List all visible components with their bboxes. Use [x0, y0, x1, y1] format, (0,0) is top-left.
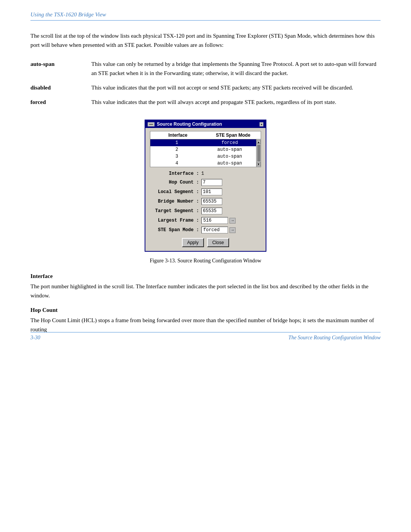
form-fields: Interface : 1 Hop Count : Local Segment …	[150, 171, 261, 233]
cell-mode: auto-span	[203, 146, 256, 153]
field-largest-frame: Largest Frame : 516 →	[150, 217, 261, 224]
definition-row-autospan: auto-span This value can only be returne…	[30, 58, 381, 81]
list-item[interactable]: 2 auto-span	[150, 146, 256, 153]
label-ste-span-mode: STE Span Mode :	[150, 227, 201, 233]
label-hop-count: Hop Count :	[150, 180, 201, 185]
input-local-segment[interactable]	[201, 189, 222, 195]
dialog-titlebar: — Source Routing Configuration ▪	[145, 120, 266, 128]
body-hop-count: The Hop Count Limit (HCL) stops a frame …	[30, 316, 381, 334]
definition-row-disabled: disabled This value indicates that the p…	[30, 81, 381, 96]
cell-interface: 1	[150, 139, 203, 146]
desc-forced: This value indicates that the port will …	[91, 96, 381, 110]
heading-hop-count: Hop Count	[30, 307, 381, 313]
term-forced: forced	[30, 96, 91, 110]
intro-paragraph: The scroll list at the top of the window…	[30, 31, 381, 50]
list-item[interactable]: 4 auto-span	[150, 160, 256, 167]
cell-interface: 4	[150, 160, 203, 167]
dialog-title: Source Routing Configuration	[157, 121, 222, 127]
value-interface: 1	[201, 171, 204, 176]
desc-disabled: This value indicates that the port will …	[91, 81, 381, 96]
dropdown-largest-frame-value: 516	[201, 217, 228, 224]
dialog-content: Interface STE Span Mode 1 forced 2 auto-…	[145, 128, 266, 251]
field-interface: Interface : 1	[150, 171, 261, 176]
scrollbar-track[interactable]	[257, 145, 260, 161]
input-bridge-number[interactable]	[201, 198, 222, 205]
field-local-segment: Local Segment :	[150, 189, 261, 195]
figure-caption: Figure 3-13. Source Routing Configuratio…	[30, 258, 381, 264]
titlebar-minimize-button[interactable]: —	[148, 122, 155, 126]
chapter-title: Using the TSX-1620 Bridge View	[30, 11, 106, 18]
dropdown-largest-frame-arrow[interactable]: →	[229, 218, 236, 224]
field-ste-span-mode: STE Span Mode : forced →	[150, 227, 261, 233]
source-routing-dialog: — Source Routing Configuration ▪ Interfa…	[145, 120, 266, 252]
term-autospan: auto-span	[30, 58, 91, 81]
button-row: Apply Close	[150, 238, 261, 247]
input-target-segment[interactable]	[201, 208, 222, 214]
col-interface-header: Interface	[150, 131, 206, 139]
col-ste-header: STE Span Mode	[206, 131, 261, 139]
section-hop-count: Hop Count The Hop Count Limit (HCL) stop…	[30, 307, 381, 334]
list-body: 1 forced 2 auto-span 3 auto-span	[150, 139, 261, 167]
section-interface: Interface The port number highlighted in…	[30, 273, 381, 300]
label-interface: Interface :	[150, 171, 201, 176]
titlebar-left: — Source Routing Configuration	[148, 121, 222, 127]
dropdown-ste-span-mode-value: forced	[201, 227, 228, 233]
label-largest-frame: Largest Frame :	[150, 218, 201, 223]
definitions-table: auto-span This value can only be returne…	[30, 58, 381, 110]
dropdown-ste-span-mode[interactable]: forced →	[201, 227, 236, 233]
list-header: Interface STE Span Mode	[150, 131, 261, 139]
scroll-up-button[interactable]: ▲	[257, 140, 261, 144]
scroll-down-button[interactable]: ▼	[257, 162, 261, 166]
list-item[interactable]: 1 forced	[150, 139, 256, 146]
cell-mode: forced	[203, 139, 256, 146]
label-local-segment: Local Segment :	[150, 189, 201, 195]
term-disabled: disabled	[30, 81, 91, 96]
field-target-segment: Target Segment :	[150, 208, 261, 214]
dialog-wrapper: — Source Routing Configuration ▪ Interfa…	[30, 120, 381, 252]
desc-autospan: This value can only be returned by a bri…	[91, 58, 381, 81]
cell-mode: auto-span	[203, 153, 256, 160]
page-footer: 3-30 The Source Routing Configuration Wi…	[30, 332, 381, 341]
cell-interface: 2	[150, 146, 203, 153]
footer-section-title: The Source Routing Configuration Window	[288, 335, 381, 341]
label-bridge-number: Bridge Number :	[150, 199, 201, 204]
heading-interface: Interface	[30, 273, 381, 280]
page-header: Using the TSX-1620 Bridge View	[30, 11, 381, 21]
dropdown-ste-span-mode-arrow[interactable]: →	[229, 227, 236, 233]
label-target-segment: Target Segment :	[150, 208, 201, 214]
close-button[interactable]: Close	[207, 238, 229, 247]
cell-interface: 3	[150, 153, 203, 160]
apply-button[interactable]: Apply	[182, 238, 204, 247]
field-bridge-number: Bridge Number :	[150, 198, 261, 205]
interface-list[interactable]: Interface STE Span Mode 1 forced 2 auto-…	[150, 131, 261, 167]
field-hop-count: Hop Count :	[150, 179, 261, 186]
input-hop-count[interactable]	[201, 179, 222, 186]
body-interface: The port number highlighted in the scrol…	[30, 282, 381, 300]
footer-page-number: 3-30	[30, 335, 40, 341]
dropdown-largest-frame[interactable]: 516 →	[201, 217, 236, 224]
definition-row-forced: forced This value indicates that the por…	[30, 96, 381, 110]
list-scrollbar[interactable]: ▲ ▼	[256, 139, 261, 167]
list-rows: 1 forced 2 auto-span 3 auto-span	[150, 139, 256, 167]
cell-mode: auto-span	[203, 160, 256, 167]
list-item[interactable]: 3 auto-span	[150, 153, 256, 160]
titlebar-close-icon[interactable]: ▪	[260, 122, 263, 126]
